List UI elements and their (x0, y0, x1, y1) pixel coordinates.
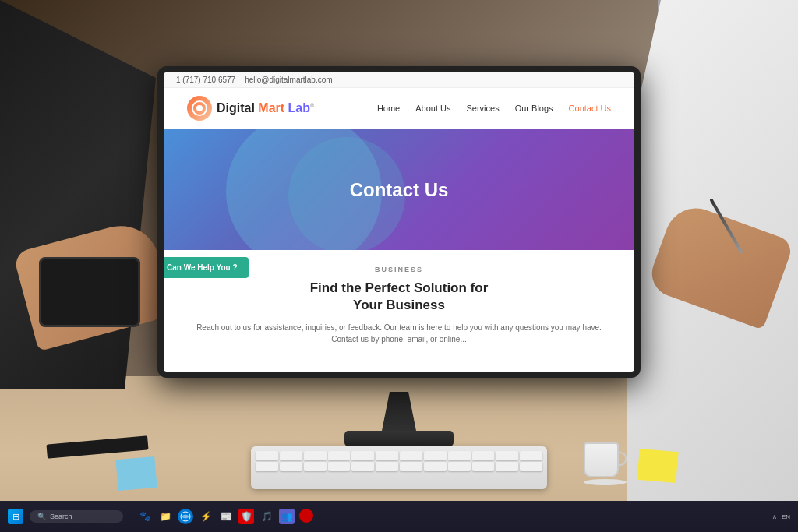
taskbar-app-folder[interactable]: 📁 (157, 509, 173, 524)
start-button[interactable]: ⊞ (8, 509, 23, 524)
key (256, 451, 278, 460)
key (304, 462, 327, 471)
start-icon: ⊞ (12, 512, 19, 522)
key (351, 451, 374, 460)
nav-about[interactable]: About Us (415, 104, 450, 113)
key (304, 451, 327, 460)
search-icon: 🔍 (37, 513, 46, 520)
logo-digital: Digital (217, 101, 258, 115)
section-description: Reach out to us for assistance, inquirie… (187, 322, 611, 345)
help-button[interactable]: Can We Help You ? (164, 257, 249, 278)
logo: Digital Mart Lab® (187, 96, 314, 121)
email-address: hello@digitalmartlab.com (245, 76, 332, 84)
key (496, 451, 518, 460)
search-label: Search (50, 513, 72, 520)
sticky-note-blue (115, 456, 157, 491)
expand-icon[interactable]: ∧ (772, 513, 777, 520)
coffee-cup (584, 442, 627, 489)
monitor: 1 (717) 710 6577 hello@digitalmartlab.co… (157, 66, 641, 378)
taskbar-app-teams[interactable]: 👥 (279, 509, 295, 524)
logo-icon (187, 96, 212, 121)
key (328, 462, 351, 471)
taskbar-app-red[interactable] (299, 509, 313, 523)
key (280, 451, 302, 460)
keyboard (251, 446, 547, 489)
taskbar-right: ∧ EN (772, 513, 790, 520)
tray-icons: ∧ (772, 513, 777, 520)
screen: 1 (717) 710 6577 hello@digitalmartlab.co… (164, 72, 634, 372)
business-tag: BUSINESS (187, 266, 611, 273)
taskbar-app-browser[interactable] (178, 509, 193, 524)
nav-services[interactable]: Services (466, 104, 499, 113)
logo-trademark: ® (310, 103, 314, 108)
nav-blogs[interactable]: Our Blogs (515, 104, 553, 113)
phone-number: 1 (717) 710 6577 (176, 76, 235, 84)
key (520, 451, 542, 460)
key (472, 462, 495, 471)
key (400, 451, 422, 460)
key (280, 462, 302, 471)
logo-lab: Lab (288, 101, 310, 115)
hero-banner: Contact Us (164, 129, 634, 250)
key (351, 462, 374, 471)
logo-text: Digital Mart Lab® (217, 101, 314, 115)
key (376, 462, 398, 471)
key (328, 451, 351, 460)
sticky-note-yellow (637, 449, 678, 483)
language-indicator: EN (782, 513, 790, 520)
taskbar-search[interactable]: 🔍 Search (30, 510, 123, 523)
section-title: Find the Perfect Solution for Your Busin… (187, 280, 611, 314)
nav-contact[interactable]: Contact Us (569, 104, 611, 113)
taskbar-app-paw[interactable]: 🐾 (137, 509, 153, 524)
key (448, 451, 471, 460)
key (496, 462, 518, 471)
taskbar-app-shield[interactable]: 🛡️ (238, 509, 254, 524)
nav-home[interactable]: Home (377, 104, 400, 113)
key (520, 462, 542, 471)
key (424, 462, 447, 471)
key (424, 451, 447, 460)
key (400, 462, 422, 471)
site-header: Digital Mart Lab® Home About Us Services… (164, 88, 634, 129)
top-info-bar: 1 (717) 710 6577 hello@digitalmartlab.co… (164, 72, 634, 88)
hero-title: Contact Us (350, 179, 449, 201)
logo-mart: Mart (258, 101, 288, 115)
taskbar-app-icons: 🐾 📁 ⚡ 📰 🛡️ 🎵 👥 (137, 509, 313, 524)
key (256, 462, 278, 471)
key (472, 451, 495, 460)
key (448, 462, 471, 471)
svg-point-1 (196, 105, 203, 111)
taskbar: ⊞ 🔍 Search 🐾 📁 ⚡ 📰 🛡️ 🎵 👥 ∧ EN (0, 501, 798, 532)
taskbar-app-news[interactable]: 📰 (218, 509, 234, 524)
key (376, 451, 398, 460)
tablet (39, 257, 140, 327)
taskbar-app-music[interactable]: 🎵 (259, 509, 274, 524)
monitor-base (344, 431, 454, 446)
main-nav: Home About Us Services Our Blogs Contact… (377, 104, 611, 113)
taskbar-app-flash[interactable]: ⚡ (198, 509, 214, 524)
